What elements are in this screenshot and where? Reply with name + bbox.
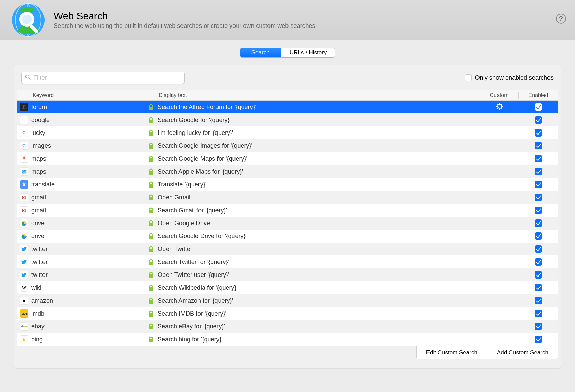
row-favicon: W — [17, 284, 31, 292]
row-enabled[interactable] — [519, 245, 558, 253]
table-row[interactable]: twitter Open Twitter — [17, 243, 558, 255]
row-display-text: Search Apple Maps for '{query}' — [158, 168, 481, 175]
table-row[interactable]: 文 translate Translate '{query}' — [17, 178, 558, 191]
table-row[interactable]: twitter Open Twitter user '{query}' — [17, 268, 558, 281]
only-enabled-checkbox[interactable] — [465, 74, 472, 81]
row-enabled[interactable] — [519, 297, 558, 304]
row-enabled[interactable] — [519, 219, 558, 227]
lock-icon — [144, 168, 158, 175]
table-row[interactable]: W wiki Search Wikipedia for '{query}' — [17, 281, 558, 294]
table-row[interactable]: M gmail Search Gmail for '{query}' — [17, 204, 558, 217]
lock-icon — [144, 142, 158, 149]
row-enabled[interactable] — [519, 284, 558, 291]
edit-custom-search-button[interactable]: Edit Custom Search — [416, 346, 487, 359]
row-keyword: images — [31, 142, 144, 149]
table-row[interactable]: G images Search Google Images for '{quer… — [17, 139, 558, 152]
table-row[interactable]: drive Open Google Drive — [17, 217, 558, 230]
gear-icon — [496, 103, 503, 111]
enabled-checkbox[interactable] — [535, 207, 542, 214]
enabled-checkbox[interactable] — [535, 323, 542, 330]
row-favicon: 📍 — [17, 155, 31, 163]
table-row[interactable]: G lucky I'm feeling lucky for '{query}' — [17, 126, 558, 139]
enabled-checkbox[interactable] — [535, 336, 542, 343]
enabled-checkbox[interactable] — [535, 155, 542, 162]
lock-icon — [144, 207, 158, 214]
row-enabled[interactable] — [519, 207, 558, 214]
row-enabled[interactable] — [519, 310, 558, 317]
row-enabled[interactable] — [519, 271, 558, 279]
enabled-checkbox[interactable] — [535, 181, 542, 188]
search-icon — [25, 74, 31, 81]
row-display-text: Translate '{query}' — [158, 181, 481, 188]
enabled-checkbox[interactable] — [535, 258, 542, 266]
searches-table: Keyword Display text Custom Enabled 🎩 fo… — [17, 90, 558, 346]
row-enabled[interactable] — [519, 181, 558, 188]
tab-urls-history[interactable]: URLs / History — [281, 48, 335, 57]
table-row[interactable]: drive Search Google Drive for '{query}' — [17, 230, 558, 243]
enabled-checkbox[interactable] — [535, 129, 542, 137]
table-row[interactable]: 🗺️ maps Search Apple Maps for '{query}' — [17, 165, 558, 178]
table-row[interactable]: b bing Search bing for '{query}' — [17, 333, 558, 346]
row-enabled[interactable] — [519, 155, 558, 162]
row-keyword: maps — [31, 155, 144, 162]
row-enabled[interactable] — [519, 168, 558, 175]
table-row[interactable]: M gmail Open Gmail — [17, 191, 558, 204]
row-keyword: forum — [31, 104, 144, 111]
enabled-checkbox[interactable] — [535, 310, 542, 317]
row-favicon: 🎩 — [17, 103, 31, 111]
table-row[interactable]: ebay ebay Search eBay for '{query}' — [17, 320, 558, 333]
row-favicon: ebay — [17, 322, 31, 331]
table-row[interactable]: IMDb imdb Search IMDB for '{query}' — [17, 307, 558, 320]
enabled-checkbox[interactable] — [535, 194, 542, 201]
footer: Edit Custom Search Add Custom Search — [14, 346, 561, 368]
table-row[interactable]: a amazon Search Amazon for '{query}' — [17, 294, 558, 307]
tab-search[interactable]: Search — [240, 48, 281, 57]
table-row[interactable]: G google Search Google for '{query}' — [17, 113, 558, 126]
row-display-text: Search IMDB for '{query}' — [158, 310, 481, 317]
row-keyword: gmail — [31, 207, 144, 214]
enabled-checkbox[interactable] — [535, 271, 542, 279]
enabled-checkbox[interactable] — [535, 284, 542, 291]
column-display-text[interactable]: Display text — [158, 92, 480, 99]
enabled-checkbox[interactable] — [535, 219, 542, 227]
row-favicon: a — [17, 297, 31, 305]
enabled-checkbox[interactable] — [535, 245, 542, 253]
column-custom[interactable]: Custom — [480, 92, 518, 99]
row-enabled[interactable] — [519, 323, 558, 330]
page-title: Web Search — [54, 11, 565, 22]
enabled-checkbox[interactable] — [535, 297, 542, 304]
svg-line-6 — [29, 78, 31, 80]
row-enabled[interactable] — [519, 336, 558, 343]
only-enabled-toggle[interactable]: Only show enabled searches — [465, 74, 554, 82]
enabled-checkbox[interactable] — [535, 168, 542, 175]
row-enabled[interactable] — [519, 232, 558, 240]
table-header: Keyword Display text Custom Enabled — [17, 90, 558, 101]
add-custom-search-button[interactable]: Add Custom Search — [487, 346, 558, 359]
row-enabled[interactable] — [519, 258, 558, 266]
row-favicon: 文 — [17, 180, 31, 189]
row-enabled[interactable] — [519, 116, 558, 124]
enabled-checkbox[interactable] — [535, 116, 542, 124]
row-favicon: G — [17, 129, 31, 137]
table-row[interactable]: twitter Search Twitter for '{query}' — [17, 255, 558, 268]
row-enabled[interactable] — [519, 103, 558, 111]
enabled-checkbox[interactable] — [535, 103, 542, 111]
table-row[interactable]: 📍 maps Search Google Maps for '{query}' — [17, 152, 558, 165]
row-enabled[interactable] — [519, 129, 558, 137]
filter-field[interactable] — [21, 72, 185, 84]
enabled-checkbox[interactable] — [535, 232, 542, 240]
web-search-globe-icon — [10, 1, 47, 39]
header-bar: Web Search Search the web using the buil… — [0, 0, 575, 40]
row-display-text: Search the Alfred Forum for '{query}' — [158, 104, 481, 111]
row-enabled[interactable] — [519, 142, 558, 149]
lock-icon — [144, 297, 158, 304]
help-button[interactable]: ? — [556, 14, 566, 24]
enabled-checkbox[interactable] — [535, 142, 542, 149]
row-favicon: 🗺️ — [17, 167, 31, 176]
filter-input[interactable] — [33, 74, 181, 82]
column-keyword[interactable]: Keyword — [31, 92, 144, 99]
table-row[interactable]: 🎩 forum Search the Alfred Forum for '{qu… — [17, 101, 558, 113]
row-favicon — [17, 219, 31, 227]
row-enabled[interactable] — [519, 194, 558, 201]
column-enabled[interactable]: Enabled — [519, 92, 558, 99]
